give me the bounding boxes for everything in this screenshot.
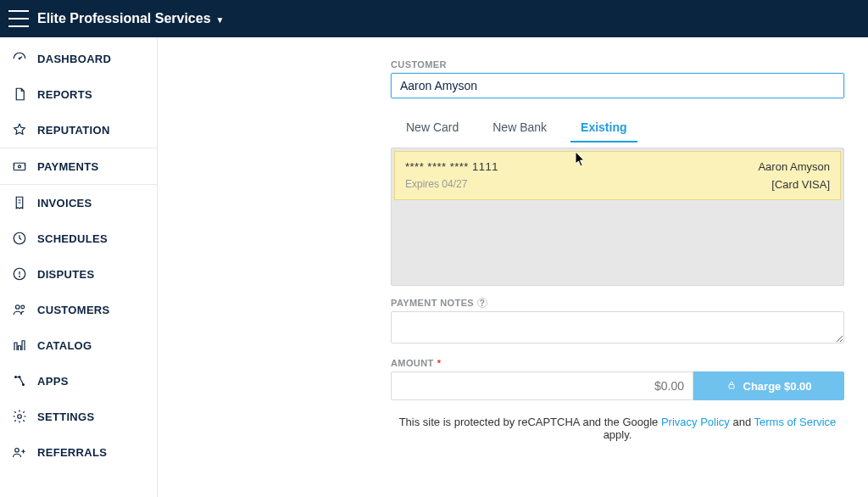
card-holder-name: Aaron Amyson [758,160,830,173]
svg-point-5 [19,276,20,277]
sidebar-item-label: CATALOG [37,339,92,352]
chevron-down-icon: ▼ [216,15,225,25]
sidebar-item-apps[interactable]: APPS [0,363,157,399]
sidebar-item-label: PAYMENTS [37,160,98,173]
main-content: CUSTOMER New Card New Bank Existing ****… [158,37,868,497]
customer-input[interactable] [391,73,844,98]
svg-rect-13 [729,384,734,388]
svg-point-2 [19,165,21,168]
card-expiry: Expires 04/27 [405,178,467,191]
brand-dropdown[interactable]: Elite Professional Services ▼ [37,11,224,26]
sidebar-item-dashboard[interactable]: DASHBOARD [0,41,157,76]
info-icon[interactable]: ? [477,298,487,308]
charge-button[interactable]: Charge $0.00 [693,371,844,400]
sidebar-item-invoices[interactable]: INVOICES [0,185,157,221]
sidebar-item-schedules[interactable]: SCHEDULES [0,221,157,256]
clock-icon [12,231,27,246]
brand-name: Elite Professional Services [37,11,211,26]
tab-existing[interactable]: Existing [576,114,632,142]
amount-input[interactable] [391,371,693,400]
sidebar-item-label: APPS [37,375,69,388]
tab-new-bank[interactable]: New Bank [487,114,552,142]
existing-methods-panel: **** **** **** 1111 Aaron Amyson Expires… [391,148,844,286]
sidebar-item-disputes[interactable]: DISPUTES [0,256,157,292]
payment-notes-input[interactable] [391,311,844,343]
sidebar-item-settings[interactable]: SETTINGS [0,399,157,434]
sidebar-item-label: REPUTATION [37,124,110,137]
referrals-icon [12,444,27,460]
terms-of-service-link[interactable]: Terms of Service [754,416,837,428]
existing-card-row[interactable]: **** **** **** 1111 Aaron Amyson Expires… [394,151,841,200]
sidebar-item-label: DASHBOARD [37,53,111,65]
sidebar-item-label: SETTINGS [37,410,94,423]
payment-notes-label: PAYMENT NOTES ? [391,298,844,308]
sidebar: DASHBOARD REPORTS REPUTATION PAYMENTS IN… [0,37,158,497]
sidebar-item-catalog[interactable]: CATALOG [0,327,157,363]
lock-icon [726,380,737,393]
sidebar-item-label: REFERRALS [37,446,107,459]
sidebar-item-label: CUSTOMERS [37,304,110,316]
svg-point-7 [21,305,25,309]
sidebar-item-reputation[interactable]: REPUTATION [0,112,157,148]
card-type: [Card VISA] [771,178,830,191]
gauge-icon [12,51,27,66]
svg-point-12 [15,449,19,453]
svg-point-6 [16,305,20,310]
sidebar-item-label: DISPUTES [37,268,94,281]
catalog-icon [12,338,27,353]
privacy-policy-link[interactable]: Privacy Policy [661,416,730,428]
alert-icon [12,266,27,282]
apps-icon [12,373,27,388]
charge-button-label: Charge $0.00 [743,380,812,393]
top-bar: Elite Professional Services ▼ [0,0,868,37]
payments-icon [12,159,27,174]
sidebar-item-label: INVOICES [37,197,92,209]
star-icon [12,122,27,137]
sidebar-item-label: SCHEDULES [37,232,108,245]
payment-method-tabs: New Card New Bank Existing [391,114,844,142]
svg-rect-1 [14,163,25,170]
tab-new-card[interactable]: New Card [401,114,464,142]
menu-icon[interactable] [8,10,29,27]
svg-point-11 [18,415,22,419]
invoice-icon [12,195,27,210]
sidebar-item-payments[interactable]: PAYMENTS [0,148,157,185]
sidebar-item-label: REPORTS [37,88,92,101]
customer-label: CUSTOMER [391,59,844,70]
gear-icon [12,409,27,424]
card-mask: **** **** **** 1111 [405,160,498,173]
amount-label: AMOUNT* [391,358,844,368]
sidebar-item-reports[interactable]: REPORTS [0,76,157,112]
document-icon [12,87,27,102]
sidebar-item-customers[interactable]: CUSTOMERS [0,292,157,327]
sidebar-item-referrals[interactable]: REFERRALS [0,434,157,470]
recaptcha-notice: This site is protected by reCAPTCHA and … [391,416,844,441]
users-icon [12,302,27,317]
